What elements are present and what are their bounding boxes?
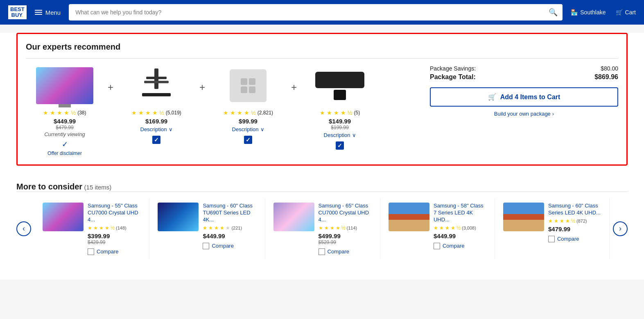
tv-image [36, 67, 93, 104]
more-product-2-compare-row: Compare [203, 243, 256, 249]
experts-products-row: ★ ★ ★ ★ ½ (38) $449.99 $479.99 Currently… [26, 65, 618, 156]
soundbar-image [315, 72, 364, 100]
cart-icon: 🛒 [488, 93, 496, 101]
mount-description-link[interactable]: Description ∨ [140, 126, 173, 132]
search-input[interactable] [69, 4, 563, 21]
menu-label: Menu [45, 9, 61, 16]
more-product-1-compare-label[interactable]: Compare [97, 248, 118, 255]
chevron-right-icon: › [552, 111, 554, 117]
more-product-4-count: (3,008) [462, 226, 476, 230]
more-product-1-price: $399.99 [88, 232, 141, 239]
more-product-4-compare-label[interactable]: Compare [443, 243, 464, 249]
more-product-1-compare-row: Compare [88, 248, 141, 255]
mount-review-count[interactable]: (5,019) [166, 110, 181, 116]
menu-button[interactable]: Menu [35, 9, 61, 16]
more-product-5: Samsung - 60" Class Series LED 4K UHD...… [495, 198, 610, 259]
more-product-3-count: (114) [347, 226, 357, 230]
add-to-cart-button[interactable]: 🛒 Add 4 Items to Cart [430, 87, 618, 107]
more-product-2-price: $449.99 [203, 232, 256, 239]
package-total-row: Package Total: $869.96 [430, 73, 618, 81]
tv-review-count[interactable]: (38) [77, 110, 86, 116]
package-savings-label: Package Savings: [430, 65, 476, 72]
cart-button[interactable]: 🛒 Cart [616, 9, 636, 16]
more-product-2-compare-checkbox[interactable] [203, 243, 209, 249]
more-product-1-count: (148) [116, 226, 127, 230]
experts-title: Our experts recommend [26, 42, 618, 52]
carousel-next-button[interactable]: › [613, 221, 628, 236]
soundbar-review-count[interactable]: (5) [354, 110, 360, 116]
tv-checkmark: ✓ [62, 140, 68, 148]
more-product-5-name[interactable]: Samsung - 60" Class Series LED 4K UHD... [548, 203, 601, 216]
more-product-3-compare-label[interactable]: Compare [328, 248, 349, 255]
more-product-4-name[interactable]: Samsung - 58" Class 7 Series LED 4K UHD.… [434, 203, 486, 223]
currently-viewing-label: Currently viewing [44, 131, 85, 137]
more-product-4-info: Samsung - 58" Class 7 Series LED 4K UHD.… [434, 203, 486, 249]
more-product-5-info: Samsung - 60" Class Series LED 4K UHD...… [548, 203, 601, 242]
soundbar-checkbox[interactable] [336, 141, 344, 150]
more-product-3: Samsung - 65" Class CU7000 Crystal UHD 4… [265, 198, 380, 259]
package-total-value: $869.96 [594, 73, 618, 81]
more-product-3-name[interactable]: Samsung - 65" Class CU7000 Crystal UHD 4… [319, 203, 372, 223]
more-product-3-stars: ★ ★ ★ ★ ½ (114) [319, 225, 372, 231]
build-own-link[interactable]: Build your own package › [430, 111, 618, 117]
svg-rect-1 [146, 77, 167, 79]
more-product-4-image [389, 203, 429, 231]
more-product-2-info: Samsung - 60" Class TU690T Series LED 4K… [203, 203, 256, 249]
logo-text: BEST BUY. [8, 5, 27, 20]
more-divider [16, 191, 628, 192]
svg-rect-2 [144, 81, 169, 83]
more-product-2: Samsung - 60" Class TU690T Series LED 4K… [149, 198, 265, 259]
svg-rect-3 [142, 93, 171, 96]
more-product-5-compare-label[interactable]: Compare [557, 236, 579, 242]
soundbar-description-link[interactable]: Description ∨ [324, 132, 356, 138]
search-icon: 🔍 [549, 8, 558, 17]
more-product-5-compare-checkbox[interactable] [548, 236, 555, 242]
more-product-2-count: (221) [231, 226, 242, 230]
carousel-prev-button[interactable]: ‹ [16, 221, 31, 236]
store-selector[interactable]: 🏪 Southlake [571, 9, 606, 16]
mount-checkbox[interactable] [152, 136, 160, 144]
package-savings-value: $80.00 [601, 65, 618, 72]
more-product-5-compare-row: Compare [548, 236, 601, 242]
store-label: Southlake [580, 9, 606, 16]
tv-price: $449.99 [54, 118, 76, 125]
more-product-4-compare-checkbox[interactable] [434, 243, 440, 249]
more-product-2-name[interactable]: Samsung - 60" Class TU690T Series LED 4K… [203, 203, 256, 223]
more-product-2-compare-label[interactable]: Compare [212, 243, 233, 249]
more-product-3-compare-checkbox[interactable] [319, 248, 325, 255]
header-actions: 🏪 Southlake 🛒 Cart [571, 9, 636, 16]
more-product-1-info: Samsung - 55" Class CU7000 Crystal UHD 4… [88, 203, 141, 255]
more-product-1-stars: ★ ★ ★ ★ ½ (148) [88, 225, 141, 231]
more-product-1-name[interactable]: Samsung - 55" Class CU7000 Crystal UHD 4… [88, 203, 141, 223]
offer-disclaimer-link[interactable]: Offer disclaimer [47, 150, 82, 156]
more-product-3-price: $499.99 [319, 232, 372, 239]
more-product-2-stars: ★ ★ ★ ★ ★ (221) [203, 225, 256, 231]
soundbar-price: $149.99 [329, 118, 351, 125]
main-content: Our experts recommend ★ ★ ★ ★ ½ (38) $44… [0, 33, 644, 280]
power-description-link[interactable]: Description ∨ [232, 126, 264, 132]
power-review-count[interactable]: (2,821) [258, 110, 273, 116]
more-count: (15 items) [84, 184, 112, 191]
logo[interactable]: BEST BUY. [8, 5, 27, 20]
chevron-down-icon: ∨ [352, 132, 356, 138]
tv-stars: ★ ★ ★ ★ ½ (38) [43, 109, 86, 116]
build-own-label: Build your own package [494, 111, 551, 117]
soundbar-stars: ★ ★ ★ ★ ½ (5) [320, 109, 360, 116]
more-product-1: Samsung - 55" Class CU7000 Crystal UHD 4… [34, 198, 149, 259]
tv-image-wrapper [32, 65, 97, 106]
more-product-4-compare-row: Compare [434, 243, 486, 249]
header: BEST BUY. Menu 🔍 🏪 Southlake 🛒 Cart [0, 0, 644, 25]
more-product-1-compare-checkbox[interactable] [88, 248, 94, 255]
package-product-tv: ★ ★ ★ ★ ½ (38) $449.99 $479.99 Currently… [26, 65, 104, 156]
star-2: ★ [50, 109, 55, 116]
mount-image-wrapper [124, 65, 189, 106]
more-product-3-compare-row: Compare [319, 248, 372, 255]
more-product-1-original: $429.99 [88, 239, 141, 245]
package-savings-row: Package Savings: $80.00 [430, 65, 618, 72]
power-checkbox[interactable] [244, 136, 252, 144]
more-product-5-price: $479.99 [548, 226, 601, 232]
plus-2: + [195, 82, 209, 93]
chevron-down-icon: ∨ [260, 126, 264, 132]
soundbar-original-price: $199.99 [331, 125, 348, 130]
more-product-3-image [273, 203, 314, 231]
